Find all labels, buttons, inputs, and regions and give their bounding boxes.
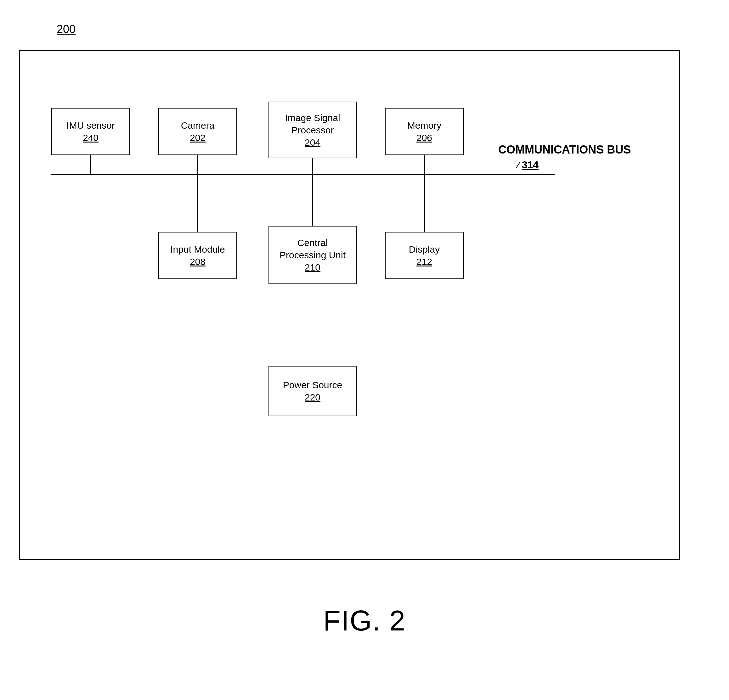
- power-source-label: Power Source: [283, 379, 342, 391]
- cpu-number: 210: [305, 261, 321, 273]
- isp-connector: [312, 158, 313, 175]
- isp-label: Image SignalProcessor: [285, 112, 340, 136]
- memory-box: Memory 206: [385, 108, 464, 155]
- power-source-box: Power Source 220: [269, 366, 357, 416]
- input-module-connector: [197, 175, 198, 232]
- imu-connector: [90, 155, 91, 175]
- comm-bus-text: COMMUNICATIONS BUS: [498, 143, 631, 156]
- page-number: 200: [57, 23, 76, 36]
- imu-sensor-box: IMU sensor 240: [51, 108, 130, 155]
- cpu-connector: [312, 175, 313, 232]
- power-source-number: 220: [305, 391, 321, 403]
- isp-number: 204: [305, 136, 321, 148]
- memory-label: Memory: [407, 119, 441, 132]
- bus-line-horizontal: [51, 174, 555, 175]
- camera-box: Camera 202: [158, 108, 237, 155]
- memory-number: 206: [417, 132, 432, 144]
- fig-label: FIG. 2: [323, 605, 406, 637]
- main-diagram-border: IMU sensor 240 Camera 202 Image SignalPr…: [19, 50, 680, 560]
- input-module-box: Input Module 208: [158, 232, 237, 279]
- isp-box: Image SignalProcessor 204: [269, 101, 357, 158]
- comm-bus-label: COMMUNICATIONS BUS ⁄ 314: [498, 142, 631, 172]
- camera-label: Camera: [181, 119, 215, 132]
- display-connector: [424, 175, 425, 232]
- input-module-number: 208: [190, 255, 206, 268]
- display-box: Display 212: [385, 232, 464, 279]
- input-module-label: Input Module: [170, 243, 225, 255]
- imu-label: IMU sensor: [67, 119, 115, 132]
- display-number: 212: [417, 255, 432, 268]
- memory-connector: [424, 155, 425, 175]
- imu-number: 240: [83, 132, 99, 144]
- cpu-box: CentralProcessing Unit 210: [269, 226, 357, 284]
- bus-number: 314: [522, 159, 539, 171]
- camera-connector: [197, 155, 198, 175]
- display-label: Display: [409, 243, 440, 255]
- camera-number: 202: [190, 132, 206, 144]
- cpu-label: CentralProcessing Unit: [280, 236, 346, 261]
